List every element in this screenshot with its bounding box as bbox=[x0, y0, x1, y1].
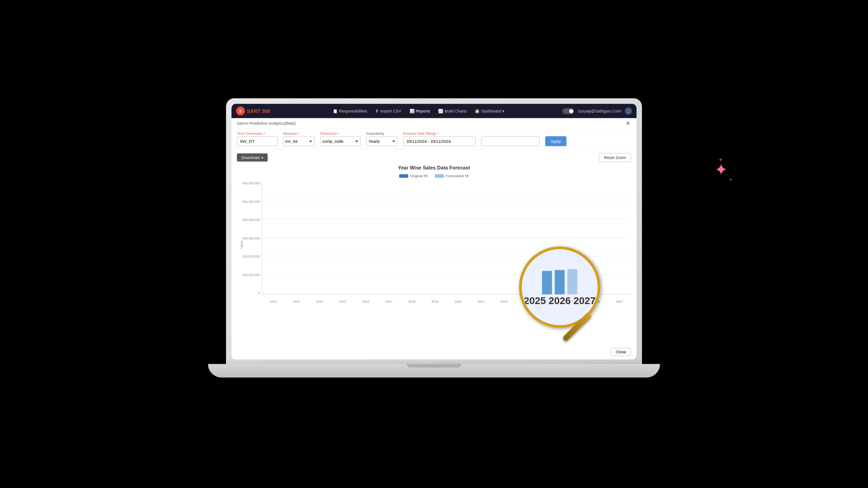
x-label-2024: 2024 bbox=[539, 300, 562, 303]
brand-suffix: 360 bbox=[262, 108, 270, 114]
laptop: S SART 360 📋 Responsibilities bbox=[226, 99, 642, 379]
x-label-2021: 2021 bbox=[470, 300, 493, 303]
chart-toolbar: Download Reset Zoom bbox=[237, 153, 631, 162]
sparkle-star: ✦ bbox=[714, 160, 728, 179]
legend-forecast-label: Forecasted 55 bbox=[446, 174, 469, 178]
sub-header: GenAI Predictive Analytics(Beta) ✕ bbox=[231, 118, 637, 129]
app-subtitle: GenAI Predictive Analytics(Beta) bbox=[237, 121, 296, 126]
chart-area: Download Reset Zoom Year Wise Sales Data… bbox=[231, 150, 637, 360]
reset-zoom-button[interactable]: Reset Zoom bbox=[599, 153, 631, 162]
x-label-2023: 2023 bbox=[516, 300, 539, 303]
responsibilities-icon: 📋 bbox=[333, 109, 338, 113]
x-label-2012: 2012 bbox=[262, 300, 285, 303]
user-email: Suryap@Sathguru.Com bbox=[578, 109, 621, 113]
sparkle-container: + ✦ + bbox=[714, 160, 728, 179]
download-button[interactable]: Download bbox=[237, 154, 268, 162]
nav-responsibilities[interactable]: 📋 Responsibilities bbox=[329, 108, 371, 115]
legend-original-label: Original 55 bbox=[410, 174, 428, 178]
filters-row: Time Dimension * Measure * Inv_tot bbox=[231, 129, 637, 150]
toggle-switch[interactable] bbox=[562, 108, 574, 114]
x-label-2015: 2015 bbox=[331, 300, 354, 303]
scene: S SART 360 📋 Responsibilities bbox=[0, 0, 868, 488]
granularity-label: Granularity bbox=[366, 131, 398, 136]
sparkle-plus-top: + bbox=[719, 156, 722, 163]
chart-legend: Original 55 Forecasted 55 bbox=[237, 174, 631, 178]
x-label-2026: 2026 bbox=[585, 300, 608, 303]
nav-dashboard[interactable]: 🏠 Dashboard ▾ bbox=[471, 108, 508, 115]
dashboard-icon: 🏠 bbox=[475, 109, 480, 113]
legend-original: Original 55 bbox=[399, 174, 428, 178]
x-labels: 2012201320142015201620172018201920202021… bbox=[262, 295, 631, 308]
reports-icon: 📊 bbox=[410, 109, 415, 113]
chart-title: Year Wise Sales Data Forecast bbox=[237, 165, 631, 170]
nav-import-csv[interactable]: ⬆ Import CSV bbox=[372, 108, 405, 115]
sub-header-close-button[interactable]: ✕ bbox=[625, 120, 631, 127]
avatar: 👤 bbox=[625, 108, 632, 115]
brand: S SART 360 bbox=[236, 107, 270, 116]
measure-group: Measure * Inv_tot bbox=[283, 131, 315, 146]
date-range-label: Exclude Date Range * bbox=[403, 131, 476, 136]
date-range-input[interactable] bbox=[403, 136, 476, 146]
brand-name: SART bbox=[247, 108, 260, 114]
granularity-group: Granularity YearlyMonthlyQuarterly bbox=[366, 131, 398, 146]
x-label-2017: 2017 bbox=[377, 300, 400, 303]
time-dimension-label: Time Dimension * bbox=[237, 131, 278, 136]
y-axis: 600,000,000 500,000,000 400,000,000 300,… bbox=[237, 182, 262, 295]
time-dimension-input[interactable] bbox=[237, 136, 278, 146]
x-label-2027: 2027 bbox=[608, 300, 631, 303]
bars-wrapper bbox=[262, 182, 631, 294]
time-dimension-group: Time Dimension * bbox=[237, 131, 278, 146]
x-label-2022: 2022 bbox=[493, 300, 516, 303]
granularity-select[interactable]: YearlyMonthlyQuarterly bbox=[366, 136, 398, 146]
dimension-group: Dimension * comp_code bbox=[320, 131, 361, 146]
bottom-close-button[interactable]: Close bbox=[611, 348, 631, 356]
bars-area bbox=[262, 182, 631, 295]
nav-right: Suryap@Sathguru.Com 👤 bbox=[562, 108, 632, 115]
x-label-2020: 2020 bbox=[447, 300, 470, 303]
legend-forecast: Forecasted 55 bbox=[435, 174, 469, 178]
measure-select[interactable]: Inv_tot bbox=[283, 136, 315, 146]
apply-button[interactable]: Apply bbox=[545, 136, 566, 146]
x-label-2025: 2025 bbox=[562, 300, 585, 303]
laptop-base bbox=[208, 364, 660, 378]
navbar: S SART 360 📋 Responsibilities bbox=[231, 104, 637, 118]
dimension-select[interactable]: comp_code bbox=[320, 136, 361, 146]
nav-reports[interactable]: 📊 Reports bbox=[406, 108, 434, 115]
x-label-2014: 2014 bbox=[308, 300, 331, 303]
x-label-2013: 2013 bbox=[285, 300, 308, 303]
y-axis-title: Value bbox=[240, 241, 243, 249]
dimension-label: Dimension * bbox=[320, 131, 361, 136]
x-label-2019: 2019 bbox=[423, 300, 446, 303]
screen-inner: S SART 360 📋 Responsibilities bbox=[231, 104, 637, 360]
search-input[interactable] bbox=[481, 136, 540, 146]
import-icon: ⬆ bbox=[375, 109, 379, 113]
x-label-2018: 2018 bbox=[400, 300, 423, 303]
sparkle-plus-bottom: + bbox=[729, 177, 732, 183]
date-range-group: Exclude Date Range * bbox=[403, 131, 476, 146]
app-container: S SART 360 📋 Responsibilities bbox=[231, 104, 637, 360]
brand-text: SART 360 bbox=[247, 108, 270, 114]
measure-label: Measure * bbox=[283, 131, 315, 136]
legend-original-color bbox=[399, 174, 408, 178]
screen-frame: S SART 360 📋 Responsibilities bbox=[226, 99, 642, 365]
brand-logo: S bbox=[236, 107, 245, 116]
charts-icon: 📈 bbox=[438, 109, 443, 113]
bar-chart: 600,000,000 500,000,000 400,000,000 300,… bbox=[237, 182, 631, 308]
nav-build-charts[interactable]: 📈 Build Charts bbox=[434, 108, 470, 115]
x-label-2016: 2016 bbox=[354, 300, 377, 303]
legend-forecast-color bbox=[435, 174, 444, 178]
nav-items: 📋 Responsibilities ⬆ Import CSV 📊 Report… bbox=[275, 108, 561, 115]
